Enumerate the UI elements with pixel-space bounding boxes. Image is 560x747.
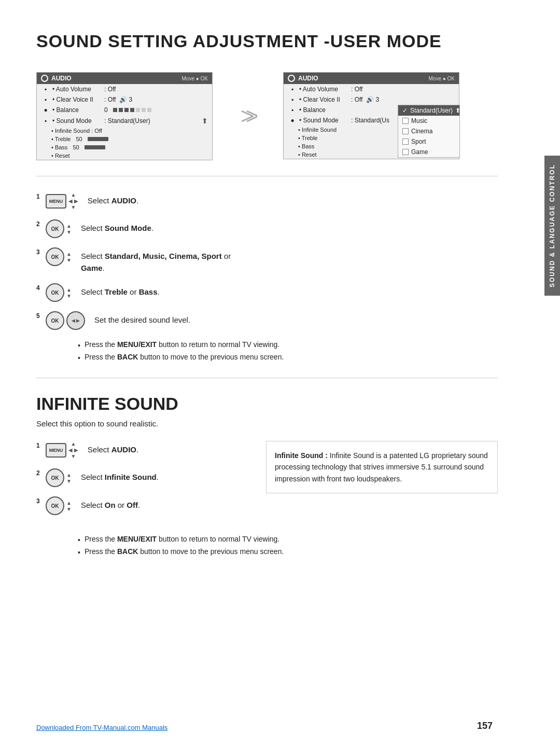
ok-button-4: OK [46, 283, 64, 302]
divider-1 [36, 176, 498, 176]
step-4-num: 4 [36, 284, 41, 292]
dropdown-item-standard: ✓ Standard(User) ⬆ [398, 105, 459, 116]
dropdown-item-game: Game [398, 147, 459, 157]
infinite-sound-section: INFINITE SOUND Select this option to sou… [36, 394, 498, 557]
step-5-icon: 5 OK ◀ ▶ [36, 311, 85, 330]
remote-2: OK ▲ ▼ [46, 219, 72, 238]
clear-voice-row-2: ▪ • Clear Voice II : Off 🔊 3 [284, 94, 459, 105]
scroll-knob: ◀ ▶ [66, 311, 85, 330]
remote-3: OK ▲ ▼ [46, 247, 72, 266]
checkbox-icon [402, 139, 409, 145]
step-2-num: 2 [36, 220, 41, 228]
divider-2 [36, 378, 498, 378]
inf-note-1: • Press the MENU/EXIT button to return t… [78, 535, 498, 544]
audio-label-2: AUDIO [298, 75, 318, 82]
bass-row: • Bass 50 [37, 143, 212, 151]
move-label-1: Move ● OK [182, 76, 208, 81]
nav-arrows-2: ▲ ▼ [66, 223, 72, 235]
step-3-text: Select Standard, Music, Cinema, Sport or… [81, 247, 231, 274]
checkbox-icon [402, 118, 409, 124]
inf-step-2-text: Select Infinite Sound. [81, 468, 159, 483]
sound-mode-arrow: ⬆ [202, 117, 208, 125]
step-3-icon: 3 OK ▲ ▼ [36, 247, 72, 266]
row-icon: ▪ [41, 117, 50, 125]
dropdown-menu: ✓ Standard(User) ⬆ Music Cinema [398, 105, 460, 158]
info-box-text: Infinite Sound : Infinite Sound is a pat… [275, 451, 488, 483]
reset-row: • Reset [37, 151, 212, 160]
step-5-num: 5 [36, 312, 41, 320]
audio-header-2: AUDIO Move ● OK [284, 73, 459, 84]
row-icon-active: ● [41, 106, 50, 114]
infinite-sound-row: • Infinite Sound : Off [37, 127, 212, 135]
step-3-row: 3 OK ▲ ▼ Select Standard, Music, Cinema,… [36, 247, 498, 274]
inf-nav-arrows-3: ▲ ▼ [66, 500, 72, 512]
ok-button-3: OK [46, 247, 64, 266]
checkbox-icon [402, 128, 409, 134]
auto-volume-row: ▪ • Auto Volume : Off [37, 84, 212, 94]
step-4-row: 4 OK ▲ ▼ Select Treble or Bass. [36, 283, 498, 302]
inf-remote-3: OK ▲ ▼ [46, 496, 72, 515]
treble-bar [88, 136, 108, 142]
audio-circle-icon [41, 75, 48, 82]
step-4-text: Select Treble or Bass. [81, 283, 160, 298]
infinite-sound-title: INFINITE SOUND [36, 394, 498, 414]
sound-mode-notes: • Press the MENU/EXIT button to return t… [78, 340, 498, 362]
ok-button-2: OK [46, 219, 64, 238]
step-5-row: 5 OK ◀ ▶ Set the desired sound level. [36, 311, 498, 330]
inf-step-2-row: 2 OK ▲ ▼ Select Infinite Sound. [36, 468, 250, 487]
step-2-row: 2 OK ▲ ▼ Select Sound Mode. [36, 219, 498, 238]
dropdown-item-cinema: Cinema [398, 126, 459, 136]
inf-step-1-num: 1 [36, 442, 41, 449]
audio-header-1: AUDIO Move ● OK [37, 73, 212, 84]
infinite-sound-steps: 1 MENU ▲ ◀ ▶ ▼ Select AUDIO. [36, 441, 250, 524]
menu-button: MENU [46, 194, 66, 209]
inf-menu-button: MENU [46, 443, 66, 458]
bullet-dot: • [78, 536, 80, 544]
inf-ok-button-3: OK [46, 496, 64, 515]
row-icon: ▪ [288, 86, 297, 93]
nav-arrows-1: ▲ ◀ ▶ ▼ [68, 192, 78, 210]
step-5-text: Set the desired sound level. [94, 311, 190, 326]
auto-volume-row-2: ▪ • Auto Volume : Off [284, 84, 459, 94]
row-icon: ▪ [41, 96, 50, 103]
remote-1: MENU ▲ ◀ ▶ ▼ [46, 192, 78, 210]
note-1: • Press the MENU/EXIT button to return t… [78, 340, 498, 350]
audio-label-1: AUDIO [51, 75, 72, 82]
note-2: • Press the BACK button to move to the p… [78, 353, 498, 362]
step-3-num: 3 [36, 248, 41, 256]
row-icon: ● [288, 117, 297, 124]
sound-mode-steps: 1 MENU ▲ ◀ ▶ ▼ Select AUDIO. 2 OK [36, 192, 498, 330]
bullet-dot: • [78, 354, 80, 362]
inf-step-2-num: 2 [36, 469, 41, 477]
step-2-text: Select Sound Mode. [81, 219, 153, 234]
page-number: 157 [477, 721, 493, 731]
clear-voice-row: ▪ • Clear Voice II : Off 🔊 3 [37, 94, 212, 105]
side-label: SOUND & LANGUAGE CONTROL [544, 156, 560, 296]
inf-step-1-row: 1 MENU ▲ ◀ ▶ ▼ Select AUDIO. [36, 441, 250, 459]
inf-step-1-icon: 1 MENU ▲ ◀ ▶ ▼ [36, 441, 78, 459]
balance-row: ● • Balance 0 [37, 105, 212, 115]
nav-arrows-3: ▲ ▼ [66, 251, 72, 263]
treble-row: • Treble 50 [37, 135, 212, 143]
balance-bar [113, 108, 151, 112]
step-1-row: 1 MENU ▲ ◀ ▶ ▼ Select AUDIO. [36, 192, 498, 210]
remote-5: OK ◀ ▶ [46, 311, 85, 330]
inf-nav-arrows-1: ▲ ◀ ▶ ▼ [68, 441, 78, 459]
ok-button-5: OK [46, 311, 64, 330]
inf-remote-1: MENU ▲ ◀ ▶ ▼ [46, 441, 78, 459]
balance-row-2: ▪ • Balance ✓ Standard(User) ⬆ [284, 105, 459, 115]
audio-screen-2: AUDIO Move ● OK ▪ • Auto Volume : Off ▪ … [283, 72, 459, 159]
inf-step-2-icon: 2 OK ▲ ▼ [36, 468, 72, 487]
checkmark-icon: ✓ [402, 107, 408, 114]
row-icon: ▪ [288, 106, 297, 114]
footer-link[interactable]: Downloaded From TV-Manual.com Manuals [36, 724, 167, 731]
row-icon: ▪ [41, 86, 50, 93]
page-title: SOUND SETTING ADJUSTMENT -USER MODE [36, 31, 498, 51]
bullet-dot: • [78, 341, 80, 350]
row-icon: ▪ [288, 96, 297, 103]
inf-nav-arrows-2: ▲ ▼ [66, 472, 72, 484]
step-4-icon: 4 OK ▲ ▼ [36, 283, 72, 302]
step-1-num: 1 [36, 193, 41, 200]
step-1-icon: 1 MENU ▲ ◀ ▶ ▼ [36, 192, 78, 210]
bass-bar [85, 144, 105, 150]
